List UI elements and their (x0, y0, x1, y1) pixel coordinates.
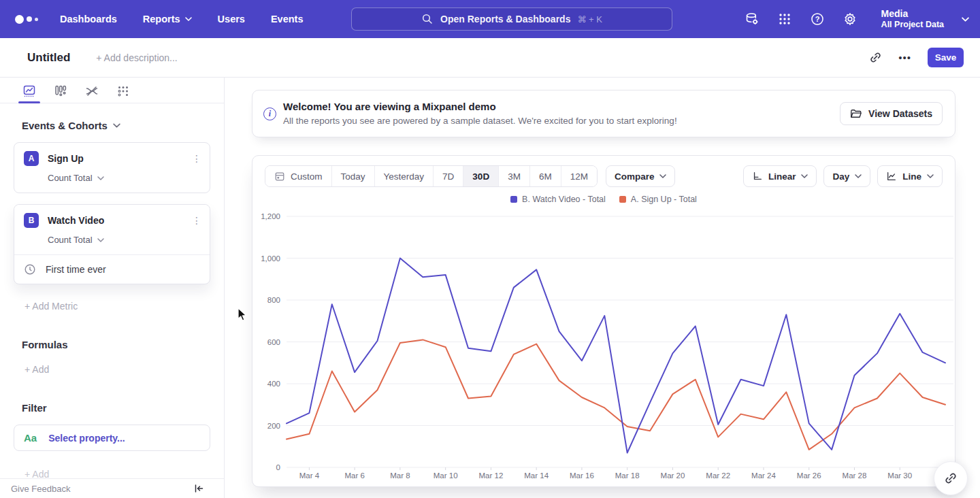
add-metric-button[interactable]: + Add Metric (24, 301, 224, 312)
mixpanel-logo[interactable] (15, 15, 38, 24)
x-axis-label: Mar 10 (434, 471, 458, 480)
range-custom[interactable]: Custom (265, 166, 331, 186)
chevron-down-icon (113, 123, 120, 128)
y-axis-label: 1,200 (261, 212, 280, 220)
tab-retention[interactable] (116, 84, 130, 103)
search-shortcut: ⌘ + K (577, 14, 602, 24)
metric-card-a[interactable]: A Sign Up ⋮ Count Total (14, 142, 210, 193)
tab-insights[interactable] (22, 84, 36, 103)
legend-item-watch-video[interactable]: B. Watch Video - Total (510, 195, 606, 204)
metric-name: Watch Video (48, 215, 104, 226)
range-today[interactable]: Today (331, 166, 374, 186)
global-search-bar[interactable]: Open Reports & Dashboards ⌘ + K (351, 7, 672, 31)
aggregation-selector[interactable]: Count Total (48, 235, 201, 245)
metric-card-b-group: B Watch Video ⋮ Count Total First time e… (14, 204, 210, 284)
add-formula-button[interactable]: + Add (24, 364, 224, 375)
range-6m[interactable]: 6M (529, 166, 561, 186)
apps-grid-button[interactable] (777, 11, 793, 27)
line-chart-plot[interactable]: 02004006008001,0001,200Mar 4Mar 6Mar 8Ma… (252, 208, 955, 481)
report-main: i Welcome! You are viewing a Mixpanel de… (225, 78, 980, 498)
x-axis-label: Mar 14 (524, 471, 549, 480)
date-range-selector: Custom Today Yesterday 7D 30D 3M 6M 12M (265, 165, 598, 187)
share-link-floating-button[interactable] (934, 461, 968, 495)
x-axis-label: Mar 6 (344, 471, 364, 480)
x-axis-label: Mar 4 (299, 471, 320, 480)
help-button[interactable]: ? (809, 11, 826, 27)
nav-item-reports[interactable]: Reports (143, 14, 192, 24)
x-axis-label: Mar 30 (887, 471, 912, 480)
gear-icon (843, 12, 858, 27)
link-icon (944, 471, 958, 485)
filter-property-selector[interactable]: Aa Select property... (14, 425, 210, 451)
query-builder-sidebar: Events & Cohorts A Sign Up ⋮ Count Total… (0, 78, 225, 498)
chevron-down-icon (185, 17, 192, 21)
search-placeholder: Open Reports & Dashboards (440, 14, 570, 24)
give-feedback-link[interactable]: Give Feedback (11, 484, 70, 494)
logo-dot-icon (35, 18, 38, 21)
workspace-switcher[interactable]: Media All Project Data (881, 8, 969, 30)
nav-item-events[interactable]: Events (271, 14, 304, 24)
database-gear-icon (745, 12, 760, 27)
x-axis-label: Mar 26 (797, 471, 821, 480)
report-type-tabs (0, 78, 224, 103)
folder-icon (850, 108, 862, 119)
settings-button[interactable] (842, 11, 858, 27)
sidebar-footer: Give Feedback (0, 478, 224, 498)
y-axis-label: 400 (267, 380, 280, 388)
workspace-project: All Project Data (881, 20, 944, 30)
calendar-icon (274, 171, 285, 182)
events-cohorts-header[interactable]: Events & Cohorts (0, 103, 224, 131)
metric-menu-button[interactable]: ⋮ (192, 155, 201, 162)
collapse-sidebar-button[interactable] (193, 482, 205, 495)
nav-item-users[interactable]: Users (218, 14, 245, 24)
y-axis-label: 200 (267, 422, 280, 430)
report-title[interactable]: Untitled (27, 51, 70, 65)
range-30d[interactable]: 30D (463, 166, 498, 186)
link-icon (869, 51, 882, 64)
x-axis-label: Mar 8 (390, 471, 410, 480)
chevron-down-icon (801, 174, 808, 178)
info-icon: i (263, 107, 276, 120)
range-3m[interactable]: 3M (498, 166, 529, 186)
range-7d[interactable]: 7D (433, 166, 463, 186)
collapse-left-icon (193, 482, 205, 495)
axis-icon (752, 171, 763, 182)
report-description-placeholder[interactable]: + Add description... (96, 52, 177, 63)
series-line-1[interactable] (287, 339, 945, 450)
range-12m[interactable]: 12M (561, 166, 597, 186)
legend-item-sign-up[interactable]: A. Sign Up - Total (619, 195, 697, 204)
view-datasets-button[interactable]: View Datasets (840, 102, 943, 125)
tab-flows[interactable] (85, 84, 99, 103)
metric-card-b[interactable]: B Watch Video ⋮ Count Total (14, 205, 210, 254)
data-management-button[interactable] (744, 11, 760, 27)
save-button[interactable]: Save (928, 48, 964, 67)
more-options-button[interactable]: ••• (898, 52, 911, 63)
nav-item-dashboards[interactable]: Dashboards (60, 14, 117, 24)
svg-text:?: ? (815, 15, 819, 23)
x-axis-label: Mar 16 (570, 471, 594, 480)
interval-selector[interactable]: Day (823, 165, 870, 187)
insights-chart-icon (22, 84, 36, 98)
grid-dots-icon (778, 12, 791, 26)
x-axis-label: Mar 22 (706, 471, 730, 480)
tab-funnels[interactable] (54, 84, 67, 103)
metric-menu-button[interactable]: ⋮ (192, 217, 201, 224)
copy-link-button[interactable] (869, 51, 882, 64)
logo-dot-icon (27, 16, 32, 22)
aggregation-selector[interactable]: Count Total (48, 173, 201, 183)
first-time-ever-option[interactable]: First time ever (14, 254, 210, 284)
chart-toolbar: Custom Today Yesterday 7D 30D 3M 6M 12M … (252, 156, 955, 187)
search-icon (421, 13, 434, 25)
compare-button[interactable]: Compare (606, 165, 676, 187)
scale-selector[interactable]: Linear (743, 165, 817, 187)
series-line-0[interactable] (287, 259, 945, 453)
metric-badge: B (24, 213, 39, 228)
chart-legend: B. Watch Video - Total A. Sign Up - Tota… (252, 194, 955, 205)
range-yesterday[interactable]: Yesterday (374, 166, 434, 186)
chart-type-selector[interactable]: Line (877, 165, 943, 187)
top-navigation: Dashboards Reports Users Events Open Rep… (0, 0, 980, 38)
x-axis-label: Mar 12 (479, 471, 504, 480)
flows-icon (85, 84, 99, 98)
banner-title: Welcome! You are viewing a Mixpanel demo (283, 99, 677, 114)
x-axis-label: Mar 24 (751, 471, 776, 480)
